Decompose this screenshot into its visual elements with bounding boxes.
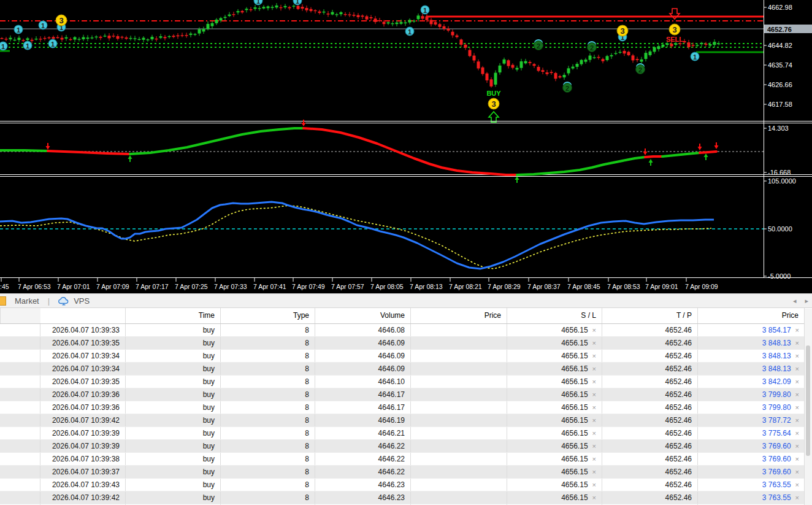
position-row[interactable]: 2026.04.07 10:39:42buy84646.234656.15×46… [0,492,812,504]
tab-scroll-left-button[interactable]: ◂ [793,297,797,305]
svg-text:7 Apr 08:29: 7 Apr 08:29 [488,283,521,290]
cell-tp: 4656.15× [507,414,602,426]
column-header-Price[interactable]: Price [411,308,507,323]
position-row[interactable]: 2026.04.07 10:39:34buy84646.094656.15×46… [0,363,812,376]
cell-time: 2026.04.07 10:39:36 [40,388,126,401]
scrollbar-thumb[interactable] [806,345,810,456]
position-row[interactable]: 2026.04.07 10:39:36buy84646.174656.15×46… [0,388,812,401]
close-position-button[interactable]: × [592,427,596,439]
close-position-button[interactable]: × [795,479,799,491]
close-position-button[interactable]: × [592,337,596,349]
close-position-button[interactable]: × [795,363,799,375]
cell-current-price: 4652.46 [602,337,698,349]
position-row[interactable]: 2026.04.07 10:39:38buy84646.224656.15×46… [0,453,812,466]
svg-text:1: 1 [296,0,299,5]
close-position-button[interactable]: × [795,453,799,465]
trend-indicator-panel [0,120,764,183]
cell-current-price: 4652.46 [602,414,698,426]
cell-sl [411,414,507,426]
svg-text:7 Apr 09:09: 7 Apr 09:09 [685,283,718,290]
cell-tp: 4656.15× [507,350,602,362]
position-row[interactable]: 2026.04.07 10:39:43buy84646.234656.15×46… [0,479,812,492]
cell-open-price: 4646.08 [315,324,411,336]
svg-text:4626.66: 4626.66 [768,81,792,88]
position-row[interactable]: 2026.04.07 10:39:35buy84646.094656.15×46… [0,337,812,350]
clipped-symbol-icon [0,296,6,306]
position-row[interactable]: 2026.04.07 10:39:35buy84646.104656.15×46… [0,376,812,388]
oscillator-panel [0,202,764,269]
svg-text:105.0000: 105.0000 [768,177,796,185]
svg-text:1: 1 [423,7,427,14]
cell-symbol [0,337,40,349]
svg-text:7 Apr 07:41: 7 Apr 07:41 [253,283,286,290]
table-scrollbar[interactable] [804,309,812,505]
position-row[interactable]: 2026.04.07 10:39:36buy84646.174656.15×46… [0,401,812,414]
svg-text:2: 2 [565,85,569,92]
close-position-button[interactable]: × [592,453,596,465]
tab-vps[interactable]: VPS [56,296,92,306]
close-position-button[interactable]: × [795,427,799,439]
cell-time: 2026.04.07 10:39:38 [40,453,126,465]
svg-text:4635.74: 4635.74 [768,61,792,69]
svg-text:1: 1 [41,22,45,29]
bottom-tab-bar: Market | VPS ◂ ▸ [0,293,812,308]
cell-type: buy [126,324,221,336]
close-position-button[interactable]: × [592,401,596,414]
close-position-button[interactable]: × [592,479,596,491]
close-position-button[interactable]: × [795,350,799,362]
cell-type: buy [126,350,221,362]
price-scale[interactable]: 4662.984644.824635.744626.664617.5814.30… [764,0,812,280]
position-row[interactable]: 2026.04.07 10:39:39buy84646.224656.15×46… [0,440,812,453]
cell-symbol [0,492,40,504]
svg-text::45: :45 [0,283,9,290]
close-position-button[interactable]: × [795,401,799,414]
close-position-button[interactable]: × [592,324,596,336]
cell-tp: 4656.15× [507,479,602,491]
cell-open-price: 4646.17 [315,401,411,414]
cell-profit: 3 799.80× [698,401,805,414]
close-position-button[interactable]: × [795,388,799,401]
position-row[interactable]: 2026.04.07 10:39:33buy84646.084656.15×46… [0,324,812,337]
tab-market[interactable]: Market [12,296,42,306]
cell-volume: 8 [221,466,315,478]
close-position-button[interactable]: × [795,492,799,504]
svg-text:7 Apr 08:05: 7 Apr 08:05 [370,283,404,290]
cell-tp: 4656.15× [507,388,602,401]
column-header-T / P[interactable]: T / P [602,308,698,323]
close-position-button[interactable]: × [592,376,596,388]
position-row[interactable]: 2026.04.07 10:39:42buy84646.194656.15×46… [0,414,812,427]
cell-tp: 4656.15× [507,337,602,349]
close-position-button[interactable]: × [795,337,799,349]
close-position-button[interactable]: × [592,466,596,478]
close-position-button[interactable]: × [592,363,596,375]
svg-text:3: 3 [620,26,624,36]
cell-profit: 3 769.60× [698,466,805,478]
tab-scroll-right-button[interactable]: ▸ [805,297,808,305]
position-row[interactable]: 2026.04.07 10:39:39buy84646.214656.15×46… [0,427,812,440]
close-position-button[interactable]: × [592,414,596,426]
close-position-button[interactable]: × [795,440,799,452]
svg-text:4617.58: 4617.58 [768,101,792,108]
cell-current-price: 4652.46 [602,363,698,375]
close-position-button[interactable]: × [795,466,799,478]
close-position-button[interactable]: × [795,414,799,426]
column-header-Volume[interactable]: Volume [315,308,411,323]
close-position-button[interactable]: × [592,440,596,452]
column-header-Price[interactable]: Price [698,308,805,323]
price-chart[interactable]: 11131111111322221133BUYSELL4662.984644.8… [0,0,812,293]
close-position-button[interactable]: × [592,492,596,504]
close-position-button[interactable]: × [795,324,799,336]
position-row[interactable]: 2026.04.07 10:39:34buy84646.094656.15×46… [0,350,812,363]
close-position-button[interactable]: × [795,376,799,388]
column-header-Type[interactable]: Type [221,308,315,323]
column-header-Time[interactable]: Time [126,308,221,323]
cell-open-price: 4646.09 [315,337,411,349]
cell-tp: 4656.15× [507,466,602,478]
close-position-button[interactable]: × [592,388,596,401]
column-header-S / L[interactable]: S / L [507,308,602,323]
chart-area[interactable]: 11131111111322221133BUYSELL4662.984644.8… [0,0,812,293]
position-row[interactable]: 2026.04.07 10:39:37buy84646.224656.15×46… [0,466,812,479]
time-scale[interactable]: :457 Apr 06:537 Apr 07:017 Apr 07:097 Ap… [0,278,718,290]
close-position-button[interactable]: × [592,350,596,362]
vps-cloud-icon [58,296,69,306]
